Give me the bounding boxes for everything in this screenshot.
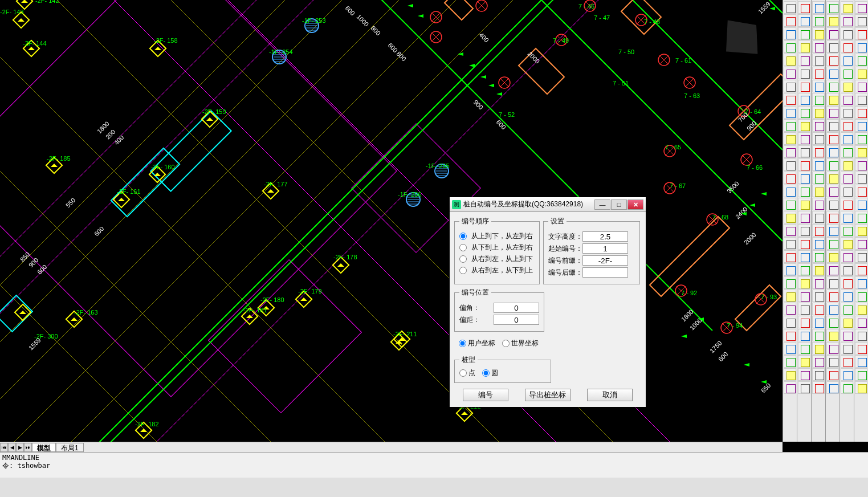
tool-button[interactable] [812,185,825,197]
tool-button[interactable] [826,290,839,302]
tool-button[interactable] [841,145,853,158]
tab-next-icon[interactable]: ▶ [16,443,24,452]
tool-button[interactable] [826,132,839,145]
tool-button[interactable] [841,329,853,341]
tool-button[interactable] [784,27,796,40]
tool-button[interactable] [826,80,839,92]
tool-button[interactable] [841,355,853,368]
input-text-height[interactable] [582,231,628,242]
tool-button[interactable] [841,172,853,184]
tool-button[interactable] [784,368,796,381]
tool-button[interactable] [826,316,839,328]
ptype-point[interactable] [459,369,467,377]
tool-button[interactable] [812,106,825,119]
input-suffix[interactable] [582,267,628,278]
view-cube[interactable]: 北 南 西 东 WCS [708,3,777,71]
tool-button[interactable] [855,342,867,355]
tool-button[interactable] [798,290,810,302]
tool-button[interactable] [826,368,839,381]
tool-button[interactable] [798,329,810,341]
tool-button[interactable] [826,106,839,119]
tool-button[interactable] [784,119,796,132]
tool-button[interactable] [784,211,796,223]
tool-button[interactable] [855,119,867,132]
tool-button[interactable] [855,276,867,289]
tool-button[interactable] [855,80,867,92]
tool-button[interactable] [812,40,825,53]
tool-button[interactable] [784,342,796,355]
tool-button[interactable] [826,276,839,289]
export-button[interactable]: 导出桩坐标 [525,389,570,401]
tool-button[interactable] [798,224,810,237]
cad-canvas[interactable]: -2F- 142-2F- 143-2F- 144-2F- 158-2F- 159… [0,0,783,442]
tool-button[interactable] [855,106,867,119]
tool-button[interactable] [784,172,796,184]
order-opt-0[interactable] [459,233,467,240]
tool-button[interactable] [855,198,867,210]
tool-button[interactable] [798,145,810,158]
tool-button[interactable] [855,368,867,381]
cancel-button[interactable]: 取消 [587,389,633,401]
coordsys-world[interactable] [502,340,510,347]
tool-button[interactable] [798,211,810,223]
tool-button[interactable] [784,224,796,237]
tool-button[interactable] [841,158,853,171]
tool-button[interactable] [841,132,853,145]
tool-button[interactable] [855,54,867,66]
tool-button[interactable] [798,355,810,368]
tool-button[interactable] [855,172,867,184]
tool-button[interactable] [826,1,839,14]
tool-button[interactable] [855,40,867,53]
tool-button[interactable] [798,27,810,40]
tab-last-icon[interactable]: ⏭ [24,443,32,452]
tool-button[interactable] [798,185,810,197]
maximize-button[interactable]: □ [611,199,627,210]
tool-button[interactable] [841,27,853,40]
tool-button[interactable] [855,145,867,158]
tool-button[interactable] [841,303,853,315]
tool-button[interactable] [798,132,810,145]
tool-button[interactable] [826,303,839,315]
tool-button[interactable] [841,185,853,197]
tool-button[interactable] [812,381,825,394]
tool-button[interactable] [798,342,810,355]
tool-button[interactable] [826,54,839,66]
tool-button[interactable] [784,1,796,14]
tool-button[interactable] [841,80,853,92]
tool-button[interactable] [798,158,810,171]
tool-button[interactable] [826,263,839,276]
tool-button[interactable] [855,224,867,237]
tool-button[interactable] [784,198,796,210]
tool-button[interactable] [841,54,853,66]
tool-button[interactable] [841,250,853,263]
tool-button[interactable] [812,172,825,184]
tool-button[interactable] [784,93,796,105]
tool-button[interactable] [798,14,810,27]
tool-button[interactable] [812,54,825,66]
tool-button[interactable] [798,303,810,315]
tool-button[interactable] [784,132,796,145]
tool-button[interactable] [841,40,853,53]
tool-button[interactable] [798,316,810,328]
tool-button[interactable] [855,381,867,394]
tool-button[interactable] [826,172,839,184]
tool-button[interactable] [855,290,867,302]
tool-button[interactable] [812,342,825,355]
tool-button[interactable] [812,263,825,276]
tool-button[interactable] [798,368,810,381]
tool-button[interactable] [826,198,839,210]
tab-first-icon[interactable]: ⏮ [0,443,8,452]
minimize-button[interactable]: — [594,199,610,210]
tool-button[interactable] [855,237,867,250]
tool-button[interactable] [812,290,825,302]
tool-button[interactable] [841,368,853,381]
tool-button[interactable] [841,237,853,250]
tool-button[interactable] [841,106,853,119]
tool-button[interactable] [812,237,825,250]
tool-button[interactable] [826,329,839,341]
tool-button[interactable] [855,329,867,341]
tool-button[interactable] [855,132,867,145]
tool-button[interactable] [826,14,839,27]
tool-button[interactable] [798,237,810,250]
tool-button[interactable] [841,198,853,210]
